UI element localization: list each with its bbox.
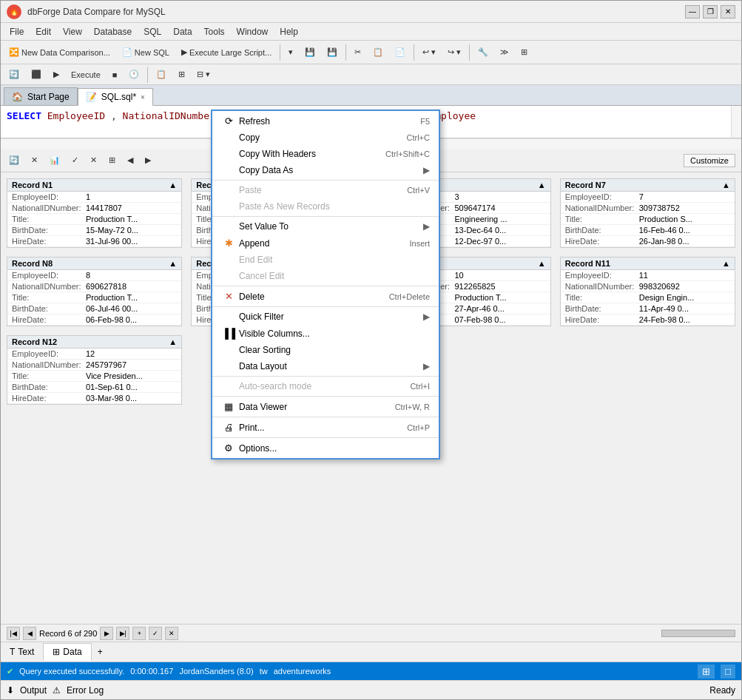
close-tab-button[interactable]: × xyxy=(141,93,145,101)
nav-cancel-button[interactable]: ✕ xyxy=(165,627,178,640)
context-menu-item-delete[interactable]: ✕ Delete Ctrl+Delete xyxy=(212,288,439,305)
more-button[interactable]: ≫ xyxy=(495,43,514,62)
record-row: HireDate:24-Feb-98 0... xyxy=(561,314,735,326)
undo-button[interactable]: ↩ ▾ xyxy=(417,43,441,62)
sql-scrollbar-v[interactable] xyxy=(731,106,741,138)
new-comparison-button[interactable]: 🔀 New Data Comparison... xyxy=(4,43,115,62)
nav-prev-button[interactable]: ◀ xyxy=(23,627,36,640)
context-menu-item-data_viewer[interactable]: ▦ Data Viewer Ctrl+W, R xyxy=(212,398,439,415)
menu-file[interactable]: File xyxy=(4,25,30,38)
redo-button[interactable]: ↪ ▾ xyxy=(442,43,466,62)
grid2-button[interactable]: ⊞ xyxy=(173,65,190,84)
record-card-5: Record N8▲EmployeeID:8NationalIDNumber:6… xyxy=(7,257,182,326)
save-button[interactable]: 💾 xyxy=(300,43,320,62)
db-label: tw xyxy=(260,667,268,676)
menu-item-arrow: ▶ xyxy=(423,221,430,232)
output-label[interactable]: Output xyxy=(20,685,47,696)
customize-button[interactable]: Customize xyxy=(684,154,735,167)
grid-next-button[interactable]: ▶ xyxy=(140,151,156,170)
context-menu-item-clear_sorting[interactable]: Clear Sorting xyxy=(212,342,439,358)
tab-text[interactable]: T Text xyxy=(1,644,43,660)
grid-x-button[interactable]: ✕ xyxy=(85,151,102,170)
tab-start-page[interactable]: 🏠 Start Page xyxy=(4,87,78,105)
ready-label: Ready xyxy=(709,685,735,696)
tools-button[interactable]: 🔧 xyxy=(473,43,493,62)
data-tab-icon: ⊞ xyxy=(53,647,60,657)
tab-add-button[interactable]: + xyxy=(92,644,109,660)
execute-large-script-button[interactable]: ▶ Execute Large Script... xyxy=(176,43,277,62)
context-menu-item-visible_cols[interactable]: ▐▐ Visible Columns... xyxy=(212,325,439,342)
menu-sql[interactable]: SQL xyxy=(138,25,167,38)
paste-button[interactable]: 📄 xyxy=(390,43,411,62)
status-ok-icon: ✔ xyxy=(7,667,13,676)
copy-button[interactable]: 📋 xyxy=(368,43,388,62)
dropdown-button-1[interactable]: ▾ xyxy=(283,43,298,62)
record-row: Title:Production S... xyxy=(561,214,735,225)
grid-check-button[interactable]: ✓ xyxy=(67,151,84,170)
field-label: HireDate: xyxy=(12,394,86,403)
context-menu-item-append[interactable]: ✱ Append Insert xyxy=(212,235,439,252)
grid-chart-button[interactable]: 📊 xyxy=(44,151,65,170)
menu-database[interactable]: Database xyxy=(88,25,138,38)
error-log-label[interactable]: Error Log xyxy=(67,685,104,696)
minimize-button[interactable]: — xyxy=(685,5,700,18)
context-menu-item-refresh[interactable]: ⟳ Refresh F5 xyxy=(212,112,439,129)
context-menu-item-copy[interactable]: Copy Ctrl+C xyxy=(212,129,439,146)
cut-button[interactable]: ✂ xyxy=(349,43,366,62)
grid-layout-button[interactable]: ⊞ xyxy=(104,151,121,170)
menu-item-label: Visible Columns... xyxy=(239,329,430,339)
nav-first-button[interactable]: |◀ xyxy=(7,627,20,640)
sql-file-label: SQL.sql* xyxy=(101,92,136,102)
grid-cancel-button[interactable]: ✕ xyxy=(26,151,43,170)
record-row: BirthDate:01-Sep-61 0... xyxy=(7,382,181,393)
record-title: Record N7 xyxy=(565,181,606,189)
scroll-indicator[interactable] xyxy=(661,630,735,637)
grid-prev-button[interactable]: ◀ xyxy=(122,151,138,170)
execute-label-button[interactable]: Execute xyxy=(66,65,106,84)
nav-next-button[interactable]: ▶ xyxy=(100,627,113,640)
menu-window[interactable]: Window xyxy=(231,25,274,38)
save2-button[interactable]: 💾 xyxy=(322,43,343,62)
record-row: HireDate:03-Mar-98 0... xyxy=(7,393,181,404)
menu-tools[interactable]: Tools xyxy=(198,25,231,38)
grid-refresh-button[interactable]: 🔄 xyxy=(4,151,24,170)
execute-button[interactable]: ▶ xyxy=(48,65,64,84)
extra-button[interactable]: ⊞ xyxy=(516,43,533,62)
new-sql-button[interactable]: 📄 New SQL xyxy=(117,43,175,62)
status-layout-button[interactable]: □ xyxy=(721,664,735,679)
field-label: BirthDate: xyxy=(12,226,86,235)
record-arrow: ▲ xyxy=(169,337,177,346)
context-menu-item-set_value[interactable]: Set Value To ▶ xyxy=(212,218,439,235)
field-value: 13-Dec-64 0... xyxy=(455,226,507,235)
menu-data[interactable]: Data xyxy=(167,25,198,38)
menu-item-shortcut: F5 xyxy=(420,117,430,126)
context-menu-item-options[interactable]: ⚙ Options... xyxy=(212,440,439,457)
stop2-button[interactable]: ■ xyxy=(107,65,123,84)
copy2-button[interactable]: 📋 xyxy=(151,65,172,84)
context-menu-item-data_layout[interactable]: Data Layout ▶ xyxy=(212,358,439,374)
stop-button[interactable]: ⬛ xyxy=(26,65,47,84)
close-button[interactable]: ✕ xyxy=(721,5,735,18)
nav-last-button[interactable]: ▶| xyxy=(116,627,129,640)
toolbar-separator-3 xyxy=(414,44,414,61)
schedule-button[interactable]: 🕐 xyxy=(124,65,144,84)
context-menu-item-quick_filter[interactable]: Quick Filter ▶ xyxy=(212,309,439,325)
restore-button[interactable]: ❐ xyxy=(703,5,718,18)
menu-help[interactable]: Help xyxy=(274,25,304,38)
context-menu-item-copy_with_headers[interactable]: Copy With Headers Ctrl+Shift+C xyxy=(212,146,439,162)
record-row: BirthDate:15-May-72 0... xyxy=(7,225,181,236)
nav-add-button[interactable]: + xyxy=(132,627,146,640)
menu-edit[interactable]: Edit xyxy=(30,25,57,38)
refresh-small-button[interactable]: 🔄 xyxy=(4,65,24,84)
context-menu-item-copy_data_as[interactable]: Copy Data As ▶ xyxy=(212,162,439,178)
grid3-button[interactable]: ⊟ ▾ xyxy=(192,65,215,84)
menu-item-label: Set Value To xyxy=(239,221,417,232)
tab-data[interactable]: ⊞ Data xyxy=(43,643,91,661)
tab-sql-file[interactable]: 📝 SQL.sql* × xyxy=(78,88,153,106)
status-icon-button[interactable]: ⊞ xyxy=(698,664,715,679)
user-label: JordanSanders (8.0) xyxy=(179,667,253,676)
context-menu-item-print[interactable]: 🖨 Print... Ctrl+P xyxy=(212,419,439,436)
field-value: 10 xyxy=(455,271,464,280)
menu-view[interactable]: View xyxy=(57,25,88,38)
nav-check-button[interactable]: ✓ xyxy=(149,627,162,640)
